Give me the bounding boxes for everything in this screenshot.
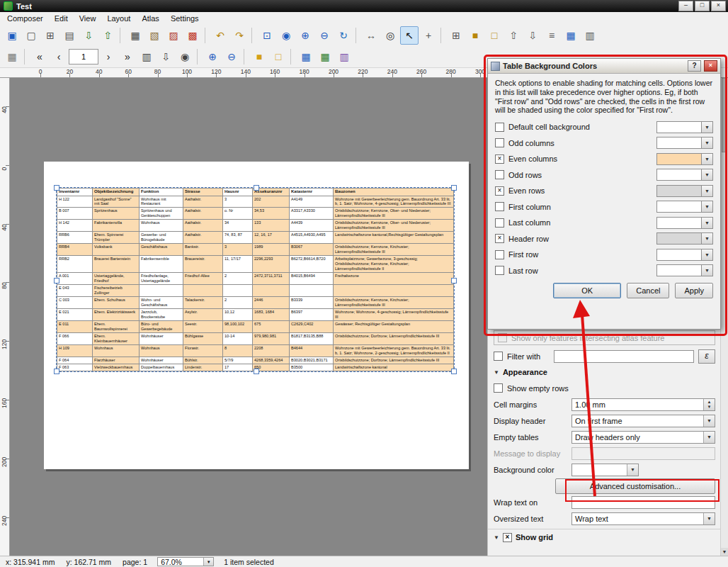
menu-view[interactable]: View: [74, 13, 102, 24]
color-well-default-cell-background[interactable]: [656, 121, 702, 133]
cell-margins-spinbox[interactable]: 1.00 mm ▲▼: [571, 398, 715, 411]
color-well-first-column[interactable]: [656, 201, 702, 213]
export-atlas-icon[interactable]: ⇩: [157, 47, 175, 66]
close-button[interactable]: ×: [711, 1, 726, 11]
atlas-intersect-checkbox[interactable]: [498, 333, 507, 342]
lower-items-icon[interactable]: ⇩: [523, 26, 542, 45]
zoom-level-combo[interactable]: 67.0% ▼: [157, 557, 214, 566]
filter-with-checkbox[interactable]: [494, 352, 503, 361]
color-dropdown-first-row[interactable]: ▼: [656, 249, 713, 261]
lock-selected-items-icon[interactable]: ■: [250, 47, 268, 66]
advanced-customisation-button[interactable]: Advanced customisation...: [555, 478, 715, 494]
checkbox-last-row[interactable]: [495, 266, 504, 275]
checkbox-even-columns[interactable]: ×: [495, 155, 504, 164]
chevron-down-icon[interactable]: ▼: [702, 153, 713, 165]
atlas-page-input[interactable]: [69, 49, 98, 64]
color-well-last-column[interactable]: [656, 217, 702, 229]
composer-manager-icon[interactable]: ▤: [60, 26, 79, 45]
expression-builder-button[interactable]: ε: [698, 349, 715, 364]
redo-icon[interactable]: ↷: [230, 26, 249, 45]
display-header-combo[interactable]: On first frame ▼: [571, 415, 715, 427]
item-options-icon[interactable]: ▥: [581, 26, 599, 45]
chevron-down-icon[interactable]: ▼: [702, 217, 713, 229]
chevron-down-icon[interactable]: ▼: [702, 264, 713, 276]
selection-handle[interactable]: [451, 369, 457, 374]
checkbox-even-rows[interactable]: ×: [495, 186, 504, 196]
checkbox-header-row[interactable]: ×: [495, 234, 504, 243]
selection-handle[interactable]: [451, 278, 457, 284]
export-image-icon[interactable]: ▧: [145, 26, 164, 45]
atlas-first-feature-icon[interactable]: «: [30, 47, 49, 66]
undo-icon[interactable]: ↶: [211, 26, 229, 45]
zoom-in-icon[interactable]: ⊕: [296, 26, 314, 45]
menu-atlas[interactable]: Atlas: [136, 13, 164, 24]
print-atlas-icon[interactable]: ▥: [137, 47, 156, 66]
chevron-down-icon[interactable]: ▼: [702, 232, 713, 245]
color-dropdown-odd-columns[interactable]: ▼: [656, 137, 713, 149]
zoom-in-secondary-icon[interactable]: ⊕: [203, 47, 222, 66]
checkbox-default-cell-background[interactable]: [495, 123, 504, 132]
spinner-arrows[interactable]: ▲▼: [703, 399, 715, 410]
attribute-table-item[interactable]: InventarnrObjektbezeichnungFunktionStras…: [57, 188, 454, 371]
composition-page[interactable]: InventarnrObjektbezeichnungFunktionStras…: [44, 162, 469, 469]
align-items-icon[interactable]: ≡: [542, 26, 561, 45]
move-item-content-icon[interactable]: +: [419, 26, 438, 45]
color-dropdown-even-columns[interactable]: ▼: [656, 153, 713, 165]
export-svg-icon[interactable]: ▨: [164, 26, 183, 45]
color-well-even-columns[interactable]: [656, 153, 702, 165]
chevron-down-icon[interactable]: ▼: [627, 464, 638, 476]
atlas-last-feature-icon[interactable]: »: [118, 47, 137, 66]
checkbox-first-row[interactable]: [495, 250, 504, 259]
refresh-view-icon[interactable]: ↻: [334, 26, 353, 45]
new-composition-icon[interactable]: ▢: [22, 26, 40, 45]
pan-icon[interactable]: ↔: [362, 26, 380, 45]
chevron-down-icon[interactable]: ▼: [702, 185, 713, 197]
chevron-down-icon[interactable]: ▼: [703, 513, 715, 524]
dialog-titlebar[interactable]: Table Background Colors ? ×: [488, 59, 720, 74]
menu-edit[interactable]: Edit: [49, 13, 74, 24]
chevron-down-icon[interactable]: ▼: [702, 121, 713, 133]
select-move-item-icon[interactable]: ↖: [400, 26, 419, 45]
duplicate-composition-icon[interactable]: ⊞: [41, 26, 59, 45]
appearance-section-header[interactable]: ▼ Appearance: [494, 364, 715, 380]
chevron-down-icon[interactable]: ▼: [702, 169, 713, 181]
selection-handle[interactable]: [451, 185, 457, 191]
color-dropdown-odd-rows[interactable]: ▼: [656, 169, 713, 181]
raise-items-icon[interactable]: ⇧: [504, 26, 523, 45]
checkbox-first-column[interactable]: [495, 202, 504, 211]
show-grid-section-header[interactable]: ▼ × Show grid: [494, 529, 715, 545]
add-attribute-table-icon[interactable]: ▦: [562, 26, 580, 45]
chevron-down-icon[interactable]: ▼: [702, 137, 713, 149]
color-well-last-row[interactable]: [656, 264, 702, 276]
color-dropdown-first-column[interactable]: ▼: [656, 201, 713, 213]
atlas-previous-feature-icon[interactable]: ‹: [50, 47, 68, 66]
panel-scrollbar[interactable]: ▲ ▼: [720, 68, 728, 556]
background-color-combo[interactable]: ▼: [571, 464, 639, 476]
scrollbar-thumb[interactable]: [722, 78, 727, 152]
zoom-out-secondary-icon[interactable]: ⊖: [222, 47, 241, 66]
preview-atlas-icon[interactable]: ◉: [176, 47, 194, 66]
show-empty-rows-checkbox[interactable]: [494, 383, 503, 393]
load-from-template-icon[interactable]: ⇩: [79, 26, 98, 45]
color-well-first-row[interactable]: [656, 249, 702, 261]
group-items-icon[interactable]: ⊞: [447, 26, 465, 45]
save-project-icon[interactable]: ▣: [3, 26, 21, 45]
checkbox-odd-rows[interactable]: [495, 170, 504, 179]
show-grid-checkbox[interactable]: ×: [503, 533, 512, 542]
chevron-down-icon[interactable]: ▼: [702, 249, 713, 261]
selection-handle[interactable]: [254, 185, 259, 191]
checkbox-odd-columns[interactable]: [495, 138, 504, 147]
toggle-grid-icon[interactable]: ▦: [297, 47, 315, 66]
filter-with-input[interactable]: [554, 350, 694, 363]
color-dropdown-even-rows[interactable]: ▼: [656, 185, 713, 197]
wrap-text-on-input[interactable]: [571, 496, 715, 509]
selection-handle[interactable]: [54, 278, 59, 284]
menu-settings[interactable]: Settings: [165, 13, 205, 24]
color-dropdown-header-row[interactable]: ▼: [656, 232, 713, 245]
chevron-down-icon[interactable]: ▼: [203, 558, 213, 566]
color-dropdown-default-cell-background[interactable]: ▼: [656, 121, 713, 133]
export-pdf-icon[interactable]: ▩: [183, 26, 202, 45]
unlock-items-icon[interactable]: □: [485, 26, 504, 45]
close-icon[interactable]: ×: [704, 60, 717, 72]
chevron-down-icon[interactable]: ▼: [702, 201, 713, 213]
